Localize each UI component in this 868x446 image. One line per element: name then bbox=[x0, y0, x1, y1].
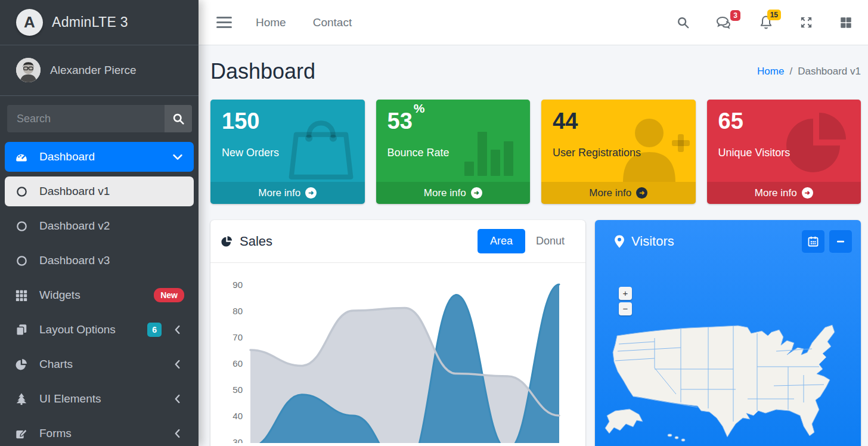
y-axis-tick: 30 bbox=[232, 437, 243, 444]
tree-icon bbox=[14, 392, 29, 406]
unique-visitors-more-info[interactable]: More info bbox=[707, 182, 861, 204]
brand-text: AdminLTE 3 bbox=[52, 14, 128, 30]
new-orders-value: 150 bbox=[222, 109, 354, 134]
bounce-rate-more-info[interactable]: More info bbox=[376, 182, 531, 204]
sidebar-item-label: Charts bbox=[39, 358, 73, 371]
sidebar-item-ui-elements[interactable]: UI Elements bbox=[5, 384, 194, 414]
sidebar-item-layout-options[interactable]: Layout Options 6 bbox=[5, 315, 194, 345]
sidebar-search-input[interactable] bbox=[7, 105, 165, 132]
y-axis-tick: 40 bbox=[232, 411, 243, 421]
navbar-link-contact[interactable]: Contact bbox=[313, 16, 352, 29]
edit-icon bbox=[14, 426, 29, 441]
visitors-card-title: Visitors bbox=[631, 234, 674, 249]
control-sidebar-button[interactable] bbox=[839, 16, 852, 29]
more-info-label: More info bbox=[755, 187, 797, 199]
sales-card-header: Sales Area Donut bbox=[210, 220, 585, 263]
expand-arrows-icon bbox=[799, 16, 813, 29]
info-boxes-row: 150 New Orders More info 53 bbox=[210, 100, 861, 204]
sidebar-item-forms[interactable]: Forms bbox=[5, 419, 194, 446]
user-registrations-label: User Registrations bbox=[553, 147, 684, 159]
sidebar-item-label: Layout Options bbox=[39, 323, 116, 336]
sidebar-item-label: Dashboard bbox=[39, 150, 95, 163]
navbar-search-button[interactable] bbox=[677, 16, 690, 29]
chart-pie-icon bbox=[221, 235, 233, 247]
breadcrumb-current: Dashboard v1 bbox=[798, 66, 861, 78]
box-inner: 150 New Orders bbox=[210, 100, 365, 168]
sidebar-item-charts[interactable]: Charts bbox=[5, 349, 194, 379]
search-icon bbox=[172, 113, 185, 125]
arrow-circle-right-icon bbox=[802, 187, 813, 199]
sidebar-item-label: Forms bbox=[39, 427, 72, 440]
new-orders-box: 150 New Orders More info bbox=[210, 100, 365, 204]
tachometer-icon bbox=[14, 150, 29, 164]
copy-icon bbox=[14, 323, 29, 337]
content-header: Dashboard Home / Dashboard v1 bbox=[210, 59, 861, 84]
tab-donut-button[interactable]: Donut bbox=[525, 229, 575, 253]
minus-icon bbox=[835, 236, 846, 247]
th-large-icon bbox=[839, 16, 852, 29]
new-orders-more-info[interactable]: More info bbox=[210, 182, 365, 204]
calendar-button[interactable] bbox=[802, 230, 824, 253]
bounce-rate-box: 53% Bounce Rate More info bbox=[376, 100, 531, 204]
y-axis-tick: 80 bbox=[232, 306, 243, 316]
top-navbar: Home Contact 3 15 bbox=[199, 0, 868, 45]
unique-visitors-value: 65 bbox=[718, 109, 850, 134]
sidebar-item-label: Dashboard v1 bbox=[39, 185, 110, 198]
count-badge: 6 bbox=[147, 323, 162, 337]
sidebar-item-dashboard-v1[interactable]: Dashboard v1 bbox=[5, 176, 194, 206]
sidebar-item-dashboard-v2[interactable]: Dashboard v2 bbox=[5, 211, 194, 241]
chevron-down-icon bbox=[171, 150, 184, 163]
collapse-button[interactable] bbox=[829, 230, 852, 253]
unique-visitors-box: 65 Unique Visitors More info bbox=[707, 100, 861, 204]
circle-icon bbox=[14, 219, 29, 233]
box-inner: 53% Bounce Rate bbox=[376, 100, 531, 168]
sales-card: Sales Area Donut 90807060504030 bbox=[210, 220, 585, 446]
user-registrations-more-info[interactable]: More info bbox=[541, 182, 696, 204]
notifications-badge: 15 bbox=[767, 10, 781, 20]
user-registrations-box: 44 User Registrations More info bbox=[541, 100, 696, 204]
map-zoom-out-button[interactable]: − bbox=[619, 302, 632, 315]
sidebar-item-dashboard-v3[interactable]: Dashboard v3 bbox=[5, 246, 194, 275]
user-avatar bbox=[16, 58, 41, 82]
y-axis-tick: 60 bbox=[232, 358, 243, 368]
usa-map[interactable] bbox=[597, 309, 857, 443]
sidebar-toggle-button[interactable] bbox=[216, 14, 232, 31]
sidebar-item-dashboard[interactable]: Dashboard bbox=[5, 142, 194, 172]
more-info-label: More info bbox=[589, 187, 631, 199]
chart-pie-icon bbox=[14, 357, 29, 371]
sales-card-title: Sales bbox=[240, 234, 272, 249]
messages-dropdown-button[interactable]: 3 bbox=[716, 16, 733, 30]
search-icon bbox=[677, 16, 690, 29]
sales-area-chart[interactable]: 90807060504030 bbox=[210, 263, 585, 443]
visitors-card-tools bbox=[802, 230, 852, 253]
map-zoom-in-button[interactable]: + bbox=[619, 287, 632, 300]
user-panel[interactable]: Alexander Pierce bbox=[0, 45, 199, 96]
fullscreen-button[interactable] bbox=[799, 16, 813, 29]
sales-card-tools: Area Donut bbox=[478, 229, 575, 253]
bounce-rate-label: Bounce Rate bbox=[388, 147, 519, 159]
navbar-link-home[interactable]: Home bbox=[256, 16, 286, 29]
chevron-left-icon bbox=[171, 392, 184, 405]
tab-area-button[interactable]: Area bbox=[478, 229, 525, 253]
breadcrumb: Home / Dashboard v1 bbox=[757, 66, 861, 78]
main-area: Home Contact 3 15 Dashbo bbox=[199, 0, 868, 446]
arrow-circle-right-icon bbox=[636, 187, 647, 199]
user-name: Alexander Pierce bbox=[50, 64, 137, 77]
sidebar-item-label: UI Elements bbox=[39, 392, 101, 405]
user-registrations-value: 44 bbox=[553, 109, 684, 134]
sidebar-item-widgets[interactable]: Widgets New bbox=[5, 280, 194, 310]
breadcrumb-home-link[interactable]: Home bbox=[757, 66, 784, 78]
chevron-left-icon bbox=[171, 427, 184, 440]
circle-icon bbox=[14, 184, 29, 199]
page-title: Dashboard bbox=[210, 59, 315, 84]
grid-th-icon bbox=[14, 288, 29, 302]
notifications-dropdown-button[interactable]: 15 bbox=[759, 15, 773, 30]
sidebar-search-button[interactable] bbox=[165, 105, 192, 132]
new-badge: New bbox=[154, 288, 184, 302]
brand[interactable]: A AdminLTE 3 bbox=[0, 0, 199, 45]
y-axis-tick: 50 bbox=[232, 385, 243, 395]
messages-badge: 3 bbox=[730, 10, 740, 21]
calendar-icon bbox=[807, 236, 819, 247]
more-info-label: More info bbox=[424, 187, 466, 199]
visitors-card: Visitors + − bbox=[595, 220, 861, 446]
